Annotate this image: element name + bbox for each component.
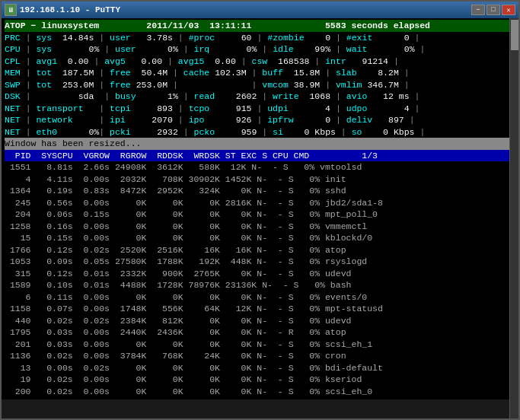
net-transport-row: NET | transport | tcpi 893 | tcpo 915 | …: [5, 103, 515, 115]
table-row: 201 0.03s 0.00s 0K 0K 0K 0K N- - S 0% sc…: [5, 339, 515, 351]
table-row: 1136 0.02s 0.00s 3784K 768K 24K 0K N- - …: [5, 350, 515, 362]
table-row: 1258 0.16s 0.00s 0K 0K 0K 0K N- - S 0% v…: [5, 221, 515, 233]
cpu-row: CPU | sys 0% | user 0% | irq 0% | idle 9…: [5, 43, 515, 56]
putty-icon: 🖥: [5, 4, 17, 16]
scrollbar-thumb[interactable]: [511, 20, 518, 50]
window-controls[interactable]: − □ ✕: [471, 5, 515, 15]
table-row: 1766 0.12s 0.02s 2520K 2516K 16K 16K N- …: [5, 244, 515, 256]
table-row: 204 0.06s 0.15s 0K 0K 0K 0K N- - S 0% mp…: [5, 208, 515, 221]
cpl-row: CPL | avg1 0.00 | avg5 0.00 | avg15 0.00…: [5, 56, 515, 68]
table-row: 1158 0.07s 0.00s 1748K 556K 64K 12K N- -…: [5, 303, 515, 315]
close-button[interactable]: ✕: [502, 5, 515, 15]
prc-row: PRC | sys 14.84s | user 3.78s | #proc 60…: [5, 32, 515, 44]
titlebar-left: 🖥 192.168.1.10 - PuTTY: [5, 4, 120, 16]
table-row: 6 0.11s 0.00s 0K 0K 0K 0K N- - S 0% even…: [5, 291, 515, 304]
table-row: 1795 0.03s 0.00s 2440K 2436K 0K 0K N- - …: [5, 326, 515, 339]
mem-row: MEM | tot 187.5M | free 50.4M | cache 10…: [5, 67, 515, 79]
resize-notice: Window has been resized...: [5, 138, 515, 150]
atop-header: ATOP − linuxsystem 2011/11/03 13:11:11 5…: [5, 20, 515, 32]
table-row: 440 0.02s 0.02s 2384K 812K 0K 0K N- - S …: [5, 315, 515, 327]
table-row: 315 0.12s 0.01s 2332K 900K 2765K 0K N- -…: [5, 268, 515, 280]
minimize-button[interactable]: −: [471, 5, 485, 15]
window-title: 192.168.1.10 - PuTTY: [20, 5, 120, 14]
putty-window: 🖥 192.168.1.10 - PuTTY − □ ✕ ATOP − linu…: [0, 0, 520, 420]
table-row: 245 0.56s 0.00s 0K 0K 0K 2816K N- - S 0%…: [5, 197, 515, 209]
dsk-row: DSK | sda | busy 1% | read 2602 | write …: [5, 91, 515, 103]
column-headers: PID SYSCPU VGROW RGROW RDDSK WRDSK ST EX…: [5, 150, 515, 162]
table-row: 1589 0.10s 0.01s 4488K 1728K 78976K 2313…: [5, 279, 515, 291]
terminal[interactable]: ATOP − linuxsystem 2011/11/03 13:11:11 5…: [2, 18, 518, 399]
scrollbar[interactable]: [509, 18, 518, 418]
net-network-row: NET | network | ipi 2070 | ipo 926 | ipf…: [5, 114, 515, 126]
table-row: 15 0.15s 0.00s 0K 0K 0K 0K N- - S 0% kbl…: [5, 232, 515, 244]
terminal-wrapper: ATOP − linuxsystem 2011/11/03 13:11:11 5…: [2, 18, 518, 418]
net-eth0-row: NET | eth0 0%| pcki 2932 | pcko 959 | si…: [5, 126, 515, 138]
swp-row: SWP | tot 253.0M | free 253.0M | | vmcom…: [5, 79, 515, 91]
table-row: 1551 8.81s 2.66s 24908K 3612K 588K 12K N…: [5, 161, 515, 173]
table-row: 200 0.02s 0.00s 0K 0K 0K 0K N- - S 0% sc…: [5, 386, 515, 398]
table-row: 13 0.00s 0.02s 0K 0K 0K 0K N- - S 0% bdi…: [5, 362, 515, 374]
titlebar: 🖥 192.168.1.10 - PuTTY − □ ✕: [2, 2, 518, 18]
maximize-button[interactable]: □: [487, 5, 500, 15]
table-row: 1053 0.09s 0.05s 27580K 1788K 192K 448K …: [5, 256, 515, 268]
table-row: 19 0.02s 0.00s 0K 0K 0K 0K N- - S 0% kse…: [5, 374, 515, 386]
table-row: 4 4.11s 0.00s 2032K 708K 30902K 1452K N-…: [5, 173, 515, 186]
table-row: 1364 0.19s 0.83s 8472K 2952K 324K 0K N- …: [5, 185, 515, 197]
